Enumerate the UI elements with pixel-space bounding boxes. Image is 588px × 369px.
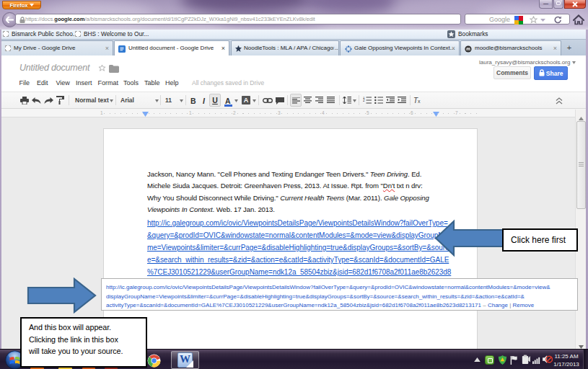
svg-text:1: 1	[100, 110, 103, 115]
svg-text:2: 2	[363, 99, 365, 102]
